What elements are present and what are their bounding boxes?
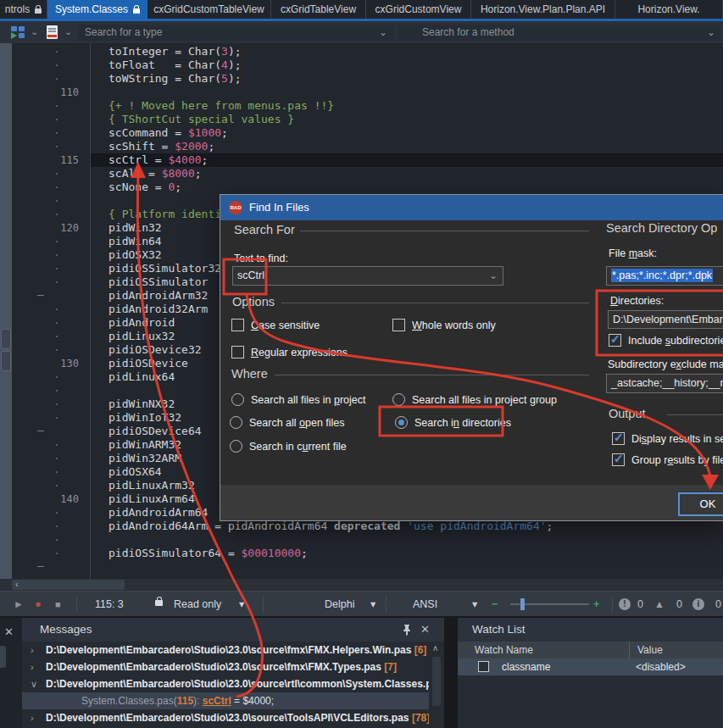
messages-scrollbar[interactable]: ∧ (429, 642, 444, 728)
encoding-selector[interactable]: ANSI (413, 592, 437, 617)
code-line[interactable]: ·pidAndroid64Arm = pidAndroidArm64 depre… (0, 520, 723, 533)
search-project-group-radio[interactable] (392, 393, 405, 406)
search-current-file-label[interactable]: Search in current file (249, 441, 347, 453)
tab-cxgridcustomtableview[interactable]: cxGridCustomTableView (147, 0, 271, 19)
whole-words-label[interactable]: Whole words only (412, 320, 496, 331)
document-dropdown-icon[interactable]: ⌄ (64, 26, 72, 37)
error-badge-icon[interactable]: ! (619, 598, 631, 610)
chevron-down-icon[interactable]: ⌄ (707, 26, 715, 38)
chevron-down-icon[interactable]: ⌄ (379, 26, 387, 38)
search-in-directories-radio[interactable] (395, 416, 408, 429)
language-dropdown-icon[interactable]: ▾ (370, 592, 375, 617)
close-icon[interactable]: ✕ (4, 625, 14, 638)
message-file-row[interactable]: ›D:\Development\Embarcadero\Studio\23.0\… (22, 642, 429, 659)
document-format-icon[interactable] (47, 25, 58, 39)
dock-handle[interactable] (1, 329, 11, 349)
record-icon[interactable]: ● (35, 592, 42, 617)
watch-value-column[interactable]: Value (637, 642, 663, 659)
whole-words-checkbox[interactable] (392, 319, 405, 331)
tab-cxgridtableview[interactable]: cxGridTableView (271, 0, 366, 19)
language-selector[interactable]: Delphi (325, 592, 354, 617)
pin-icon[interactable] (402, 624, 412, 636)
scroll-nub[interactable] (0, 646, 6, 668)
hscroll-left-icon[interactable]: ‹ (15, 579, 19, 589)
code-line[interactable]: · (0, 533, 723, 547)
chevron-down-icon[interactable]: ∨ (31, 675, 37, 692)
gutter-dot: · (53, 167, 60, 181)
horizontal-scrollbar[interactable]: ‹ (0, 579, 723, 591)
message-match-row[interactable]: System.Classes.pas(115): scCtrl = $4000; (22, 692, 429, 709)
zoom-out-icon[interactable]: − (492, 592, 498, 617)
chevron-right-icon[interactable]: › (31, 642, 34, 659)
vscroll-thumb[interactable] (432, 657, 441, 706)
ok-button[interactable]: OK (678, 492, 723, 516)
code-line[interactable]: ·scAlt = $8000; (0, 167, 723, 181)
play-icon[interactable]: ► (14, 592, 24, 617)
message-file-row[interactable]: ›D:\Development\Embarcadero\Studio\23.0\… (22, 709, 429, 726)
dock-handle[interactable] (1, 351, 11, 371)
source-link[interactable]: scCtrl (203, 695, 231, 707)
code-line[interactable]: 115scCtrl = $4000; (0, 153, 723, 167)
code-line[interactable]: ·scCommand = $1000; (0, 126, 723, 140)
file-mask-combo[interactable]: *.pas;*.inc;*.dpr;*.dpk (606, 266, 723, 286)
code-line[interactable]: ·scNone = 0; (0, 181, 723, 194)
group-results-checkbox[interactable]: ✓ (612, 453, 625, 466)
message-file-row[interactable]: ∨D:\Development\Embarcadero\Studio\23.0\… (22, 675, 429, 692)
structure-dropdown-icon[interactable]: ⌄ (31, 26, 38, 37)
stop-icon[interactable]: ■ (55, 592, 61, 617)
readonly-dropdown-icon[interactable]: ▾ (239, 592, 244, 617)
code-line[interactable]: ·toInteger = Char(3); (0, 45, 723, 58)
tab-horizon-view-plan-plan-api[interactable]: Horizon.View.Plan.Plan.API (471, 0, 615, 19)
group-results-label[interactable]: Group results by file (631, 454, 723, 466)
search-type-input[interactable]: Search for a type ⌄ (78, 25, 394, 41)
case-sensitive-label[interactable]: Case sensitive (251, 320, 320, 331)
tab-system-classes[interactable]: System.Classes (47, 0, 147, 19)
search-current-file-radio[interactable] (230, 440, 242, 453)
regex-label[interactable]: Regular expressions (251, 347, 348, 358)
search-method-input[interactable]: Search for a method ⌄ (398, 25, 720, 41)
regex-checkbox[interactable] (231, 346, 244, 358)
search-project-radio[interactable] (231, 393, 244, 406)
zoom-in-icon[interactable]: + (593, 592, 599, 617)
chevron-down-icon[interactable]: ⌄ (489, 267, 498, 285)
code-line[interactable]: ·{ TShortCut special values } (0, 113, 723, 126)
watch-row[interactable]: classname <disabled> (458, 659, 723, 675)
code-line[interactable]: – (0, 560, 723, 574)
search-in-directories-label[interactable]: Search in directories (414, 417, 511, 429)
search-project-group-label[interactable]: Search all files in project group (412, 394, 557, 406)
include-subdirs-checkbox[interactable]: ✓ (609, 334, 621, 347)
case-sensitive-checkbox[interactable] (231, 319, 244, 331)
message-file-row[interactable]: ›D:\Development\Embarcadero\Studio\23.0\… (22, 659, 429, 675)
display-results-checkbox[interactable]: ✓ (612, 432, 625, 445)
text-to-find-combo[interactable]: scCtrl ⌄ (232, 266, 503, 286)
code-line[interactable]: ·pidiOSSimulator64 = $00010000; (0, 547, 723, 560)
watch-checkbox[interactable] (478, 661, 489, 672)
code-line[interactable]: ·toWString = Char(5); (0, 72, 723, 86)
include-subdirs-label[interactable]: Include subdirectorie (628, 335, 723, 347)
code-line[interactable]: ·{+ ! Moved here from menus.pas !!} (0, 99, 723, 113)
directories-combo[interactable]: D:\Development\Embarc (608, 310, 723, 329)
dialog-title-bar[interactable]: RAD Find In Files (220, 195, 723, 220)
search-open-files-radio[interactable] (230, 416, 242, 429)
code-line[interactable]: ·scShift = $2000; (0, 140, 723, 153)
chevron-right-icon[interactable]: › (31, 709, 34, 726)
info-badge-icon[interactable]: i (692, 598, 704, 610)
encoding-dropdown-icon[interactable]: ▾ (472, 592, 477, 617)
chevron-right-icon[interactable]: › (31, 659, 34, 675)
close-icon[interactable]: ✕ (420, 623, 430, 636)
scroll-up-icon[interactable]: ∧ (432, 643, 438, 653)
warning-icon[interactable]: ▲ (654, 592, 665, 617)
tab-cxgridcustomview[interactable]: cxGridCustomView (366, 0, 471, 19)
display-results-label[interactable]: Display results in sepa (631, 433, 723, 445)
hscroll-thumb[interactable] (12, 580, 125, 590)
tab-horizon-view-[interactable]: Horizon.View. (615, 0, 723, 19)
search-open-files-label[interactable]: Search all open files (249, 417, 345, 429)
search-project-label[interactable]: Search all files in project (251, 394, 366, 406)
subdir-exclude-combo[interactable]: _astcache;__history;__re (606, 374, 723, 393)
structure-view-icon[interactable] (11, 26, 25, 38)
code-line[interactable]: ·toFloat = Char(4); (0, 58, 723, 72)
watch-name-column[interactable]: Watch Name (475, 642, 533, 659)
tab-ntrols[interactable]: ntrols (0, 0, 47, 19)
code-line[interactable]: 110 (0, 86, 723, 99)
zoom-slider-thumb[interactable] (520, 598, 525, 610)
